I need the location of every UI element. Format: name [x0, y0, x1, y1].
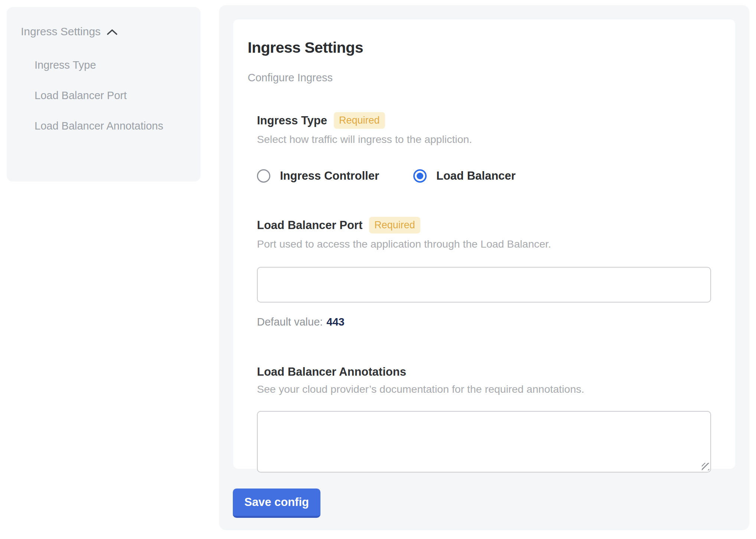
sidebar-item-load-balancer-annotations[interactable]: Load Balancer Annotations: [35, 115, 183, 136]
page-subtitle: Configure Ingress: [248, 72, 713, 84]
required-badge: Required: [369, 217, 420, 233]
load-balancer-annotations-textarea[interactable]: [257, 411, 711, 473]
radio-option-ingress-controller[interactable]: Ingress Controller: [257, 169, 379, 183]
default-value-label: Default value:: [257, 316, 323, 328]
save-config-button[interactable]: Save config: [233, 489, 320, 518]
radio-label-ingress-controller: Ingress Controller: [280, 169, 379, 183]
section-load-balancer-annotations: Load Balancer Annotations See your cloud…: [257, 365, 713, 473]
sidebar-group-label: Ingress Settings: [21, 24, 101, 39]
ingress-type-options: Ingress Controller Load Balancer: [257, 169, 713, 183]
load-balancer-port-label: Load Balancer Port: [257, 219, 362, 232]
sidebar-nav: Ingress Type Load Balancer Port Load Bal…: [35, 55, 190, 136]
ingress-form: Ingress Type Required Select how traffic…: [257, 112, 713, 473]
sidebar-group-ingress-settings[interactable]: Ingress Settings: [21, 24, 190, 39]
required-badge: Required: [334, 112, 385, 129]
sidebar-item-load-balancer-port[interactable]: Load Balancer Port: [35, 85, 183, 106]
radio-icon-unselected[interactable]: [257, 169, 270, 183]
ingress-type-label: Ingress Type: [257, 114, 327, 127]
load-balancer-port-description: Port used to access the application thro…: [257, 238, 713, 250]
settings-sidebar: Ingress Settings Ingress Type Load Balan…: [7, 7, 201, 182]
sidebar-item-ingress-type[interactable]: Ingress Type: [35, 55, 183, 75]
section-ingress-type: Ingress Type Required Select how traffic…: [257, 112, 713, 183]
chevron-up-icon: [107, 29, 118, 36]
section-load-balancer-port: Load Balancer Port Required Port used to…: [257, 217, 713, 328]
load-balancer-annotations-description: See your cloud provider’s documentation …: [257, 383, 713, 395]
default-value-line: Default value:443: [257, 316, 713, 328]
ingress-type-description: Select how traffic will ingress to the a…: [257, 133, 713, 146]
radio-option-load-balancer[interactable]: Load Balancer: [413, 169, 516, 183]
main-panel: Ingress Settings Configure Ingress Ingre…: [219, 5, 749, 530]
radio-icon-selected[interactable]: [413, 169, 427, 183]
load-balancer-annotations-label: Load Balancer Annotations: [257, 365, 406, 379]
ingress-settings-card: Ingress Settings Configure Ingress Ingre…: [233, 19, 735, 469]
page-title: Ingress Settings: [248, 39, 713, 57]
annotations-textarea-wrap: [257, 411, 711, 473]
radio-label-load-balancer: Load Balancer: [436, 169, 516, 183]
default-value-number: 443: [326, 316, 344, 328]
load-balancer-port-input[interactable]: [257, 267, 711, 303]
